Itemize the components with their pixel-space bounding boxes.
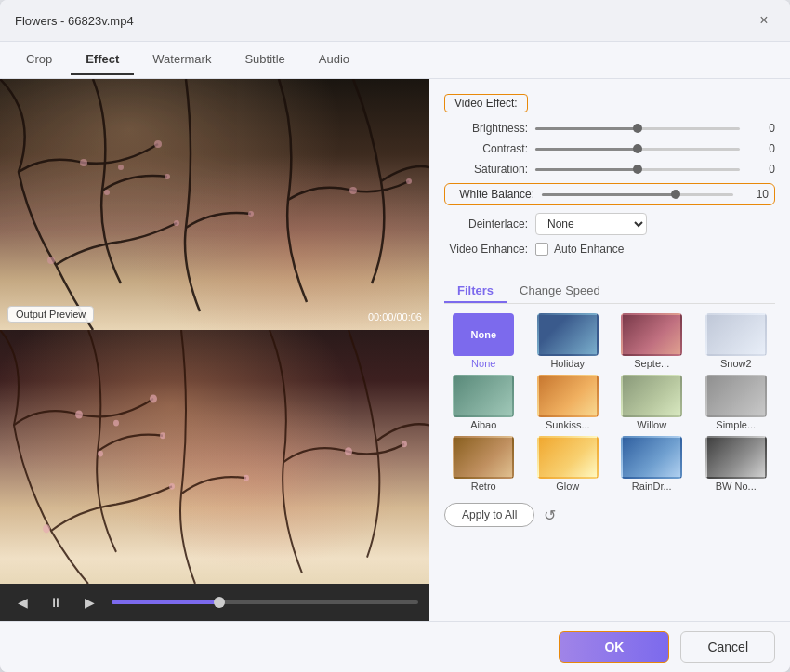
tab-watermark[interactable]: Watermark <box>138 45 226 75</box>
filter-thumb-willow <box>621 375 682 417</box>
white-balance-fill <box>542 193 676 196</box>
filter-item-retro[interactable]: Retro <box>444 436 523 492</box>
filter-item-none[interactable]: None None <box>444 313 523 369</box>
contrast-row: Contrast: 0 <box>444 142 775 155</box>
filter-thumb-raindr <box>621 436 682 479</box>
contrast-thumb[interactable] <box>633 144 642 153</box>
output-preview-label: Output Preview <box>7 306 94 323</box>
tabs-bar: Crop Effect Watermark Subtitle Audio <box>0 42 790 79</box>
flowers-overlay-top <box>0 79 429 330</box>
video-enhance-row: Video Enhance: Auto Enhance <box>444 243 775 256</box>
title-bar: Flowers - 66823v.mp4 × <box>0 0 790 42</box>
video-enhance-label: Video Enhance: <box>444 243 528 256</box>
white-balance-slider[interactable] <box>542 193 733 196</box>
contrast-fill <box>535 148 638 151</box>
saturation-thumb[interactable] <box>633 165 642 174</box>
brightness-label: Brightness: <box>444 122 528 135</box>
filters-grid: None None Holiday Septe... <box>444 313 775 492</box>
tab-filters[interactable]: Filters <box>444 280 507 303</box>
tab-effect[interactable]: Effect <box>71 45 134 75</box>
left-panel: Output Preview 00:00/00:06 <box>0 79 429 621</box>
next-button[interactable]: ▶ <box>78 591 100 613</box>
video-effect-section: Video Effect: Brightness: 0 Contrast: <box>444 94 775 269</box>
progress-bar[interactable] <box>112 600 418 604</box>
filter-item-septe[interactable]: Septe... <box>612 313 691 369</box>
filter-name-willow: Willow <box>637 419 666 430</box>
brightness-slider[interactable] <box>535 127 740 130</box>
bottom-buttons: OK Cancel <box>0 621 790 672</box>
brightness-value: 0 <box>747 122 775 135</box>
flowers-overlay-bottom <box>0 330 429 584</box>
filter-item-aibao[interactable]: Aibao <box>444 375 523 430</box>
filter-name-aibao: Aibao <box>470 419 496 430</box>
brightness-row: Brightness: 0 <box>444 122 775 135</box>
contrast-value: 0 <box>747 142 775 155</box>
filter-item-simple[interactable]: Simple... <box>697 375 776 430</box>
progress-fill <box>112 600 219 604</box>
right-panel: Video Effect: Brightness: 0 Contrast: <box>429 79 790 621</box>
filter-name-simple: Simple... <box>716 419 756 430</box>
filter-name-septe: Septe... <box>634 358 669 369</box>
contrast-slider[interactable] <box>535 148 740 151</box>
saturation-fill <box>535 168 638 171</box>
filter-item-holiday[interactable]: Holiday <box>529 313 608 369</box>
filter-item-snow2[interactable]: Snow2 <box>697 313 776 369</box>
filters-tabs: Filters Change Speed <box>444 280 775 304</box>
contrast-label: Contrast: <box>444 142 528 155</box>
filter-name-retro: Retro <box>471 481 496 492</box>
filter-thumb-retro <box>453 436 514 479</box>
video-effect-label: Video Effect: <box>444 94 528 112</box>
white-balance-thumb[interactable] <box>671 190 680 199</box>
filter-name-none: None <box>471 358 495 369</box>
video-preview-bottom <box>0 330 429 584</box>
tab-audio[interactable]: Audio <box>304 45 364 75</box>
filter-thumb-septe <box>621 313 682 356</box>
filter-item-raindr[interactable]: RainDr... <box>612 436 691 492</box>
filter-name-glow: Glow <box>556 481 579 492</box>
filter-thumb-simple <box>705 375 767 417</box>
prev-button[interactable]: ◀ <box>11 591 33 613</box>
filter-thumb-glow <box>537 436 599 479</box>
filter-item-willow[interactable]: Willow <box>612 375 691 430</box>
filter-name-holiday: Holiday <box>550 358 585 369</box>
filter-name-bwno: BW No... <box>716 481 757 492</box>
tab-subtitle[interactable]: Subtitle <box>230 45 299 75</box>
filter-thumb-holiday <box>537 313 599 356</box>
white-balance-label: White Balance: <box>451 188 534 201</box>
filter-thumb-none: None <box>453 313 514 356</box>
deinterlace-select[interactable]: None <box>535 213 647 235</box>
saturation-slider[interactable] <box>535 168 740 171</box>
auto-enhance-checkbox[interactable] <box>535 243 548 256</box>
window-title: Flowers - 66823v.mp4 <box>15 14 134 28</box>
filter-thumb-aibao <box>453 375 514 417</box>
progress-handle[interactable] <box>214 597 225 608</box>
filter-item-sunkiss[interactable]: Sunkiss... <box>529 375 608 430</box>
video-preview-top: Output Preview 00:00/00:06 <box>0 79 429 330</box>
filter-thumb-bwno <box>705 436 767 479</box>
apply-to-all-button[interactable]: Apply to All <box>444 503 534 527</box>
saturation-value: 0 <box>747 163 775 176</box>
filter-thumb-snow2 <box>705 313 767 356</box>
filter-name-snow2: Snow2 <box>720 358 752 369</box>
filter-thumb-sunkiss <box>537 375 599 417</box>
cancel-button[interactable]: Cancel <box>680 631 775 663</box>
white-balance-value: 10 <box>741 188 769 201</box>
filter-name-raindr: RainDr... <box>632 481 672 492</box>
filter-name-sunkiss: Sunkiss... <box>546 419 590 430</box>
ok-button[interactable]: OK <box>559 631 669 663</box>
brightness-fill <box>535 127 638 130</box>
refresh-button[interactable]: ↺ <box>544 507 556 524</box>
tab-change-speed[interactable]: Change Speed <box>507 280 613 303</box>
filter-item-bwno[interactable]: BW No... <box>697 436 776 492</box>
filter-item-glow[interactable]: Glow <box>529 436 608 492</box>
saturation-row: Saturation: 0 <box>444 163 775 176</box>
tab-crop[interactable]: Crop <box>11 45 67 75</box>
play-pause-button[interactable]: ⏸ <box>45 591 67 613</box>
brightness-thumb[interactable] <box>633 124 642 133</box>
white-balance-row: White Balance: 10 <box>444 183 775 205</box>
time-display: 00:00/00:06 <box>368 311 422 323</box>
controls-bar: ◀ ⏸ ▶ <box>0 584 429 621</box>
close-button[interactable]: × <box>753 9 775 32</box>
saturation-label: Saturation: <box>444 163 528 176</box>
apply-row: Apply to All ↺ <box>444 503 775 527</box>
